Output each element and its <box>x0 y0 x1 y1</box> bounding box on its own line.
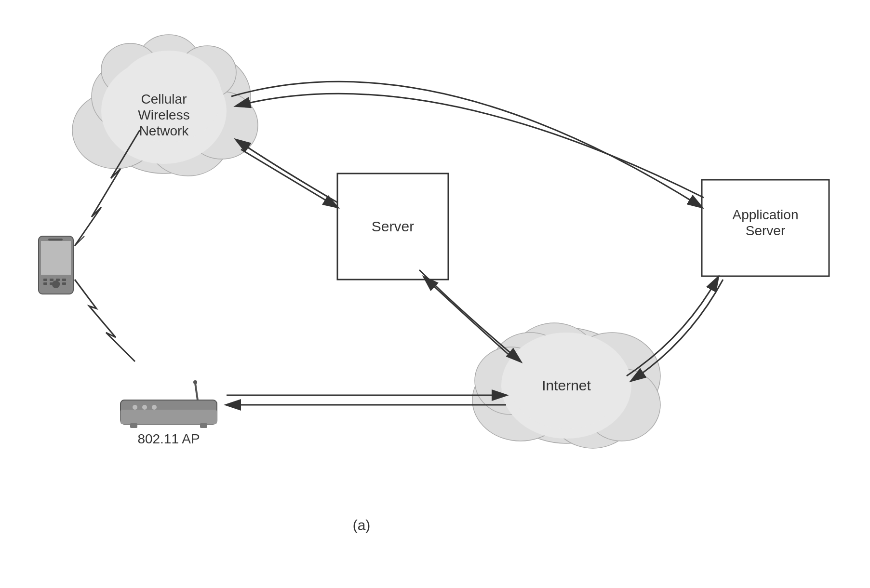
svg-text:Wireless: Wireless <box>138 107 189 122</box>
svg-rect-46 <box>200 423 207 428</box>
svg-rect-37 <box>62 282 66 285</box>
svg-rect-31 <box>50 279 54 281</box>
svg-point-28 <box>52 281 60 288</box>
svg-text:(a): (a) <box>353 517 371 533</box>
svg-text:Server: Server <box>746 223 785 238</box>
svg-point-17 <box>511 323 598 400</box>
svg-text:Network: Network <box>139 123 189 138</box>
svg-point-20 <box>583 369 660 441</box>
svg-point-41 <box>193 380 197 384</box>
svg-rect-26 <box>39 236 73 294</box>
svg-line-40 <box>195 383 198 400</box>
svg-rect-35 <box>50 282 54 285</box>
svg-point-16 <box>564 333 660 419</box>
router-icon <box>120 380 217 428</box>
svg-text:Cellular: Cellular <box>141 92 187 107</box>
svg-point-14 <box>496 328 636 443</box>
phone-icon <box>39 236 73 294</box>
svg-text:Internet: Internet <box>542 377 591 393</box>
svg-point-23 <box>509 333 624 429</box>
svg-point-44 <box>152 405 157 410</box>
svg-text:Application: Application <box>733 207 799 222</box>
svg-point-22 <box>501 333 631 439</box>
lightning-bolt-2 <box>75 280 135 361</box>
svg-rect-45 <box>130 423 137 428</box>
svg-point-18 <box>549 371 636 448</box>
svg-point-42 <box>133 405 137 410</box>
svg-rect-25 <box>702 180 829 276</box>
svg-point-3 <box>72 92 159 169</box>
svg-rect-30 <box>43 279 47 281</box>
svg-point-21 <box>475 347 547 414</box>
svg-rect-38 <box>120 400 217 424</box>
svg-point-11 <box>101 43 159 96</box>
svg-point-7 <box>92 63 159 130</box>
cellular-cloud <box>72 35 258 176</box>
svg-rect-27 <box>41 241 71 275</box>
diagram-container: Cellular Wireless Network Server Applica… <box>0 0 870 588</box>
svg-point-10 <box>178 46 236 99</box>
svg-point-43 <box>142 405 147 410</box>
svg-rect-29 <box>48 239 63 241</box>
svg-text:802.11 AP: 802.11 AP <box>137 431 200 446</box>
svg-point-19 <box>492 333 569 400</box>
lightning-bolt-1 <box>75 130 140 246</box>
svg-rect-39 <box>120 410 217 424</box>
internet-cloud <box>472 323 660 448</box>
svg-point-5 <box>111 51 188 123</box>
svg-point-15 <box>472 359 569 441</box>
svg-point-9 <box>137 35 200 91</box>
svg-rect-33 <box>62 279 66 281</box>
svg-rect-24 <box>337 174 448 280</box>
svg-point-4 <box>154 53 251 140</box>
svg-point-2 <box>96 58 231 174</box>
svg-rect-34 <box>43 282 47 285</box>
svg-point-6 <box>147 104 229 176</box>
svg-rect-32 <box>56 279 60 281</box>
svg-point-12 <box>101 58 227 164</box>
svg-text:Server: Server <box>372 218 414 234</box>
svg-point-8 <box>186 92 258 159</box>
svg-rect-36 <box>56 282 60 285</box>
svg-point-13 <box>116 51 222 142</box>
